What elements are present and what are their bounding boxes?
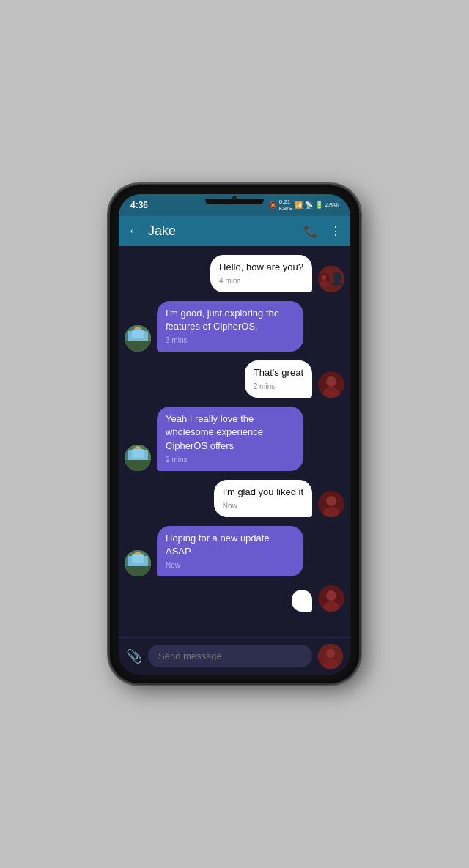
message-input[interactable] — [148, 645, 312, 667]
svg-point-2 — [320, 280, 328, 285]
message-time: 4 mins — [219, 276, 303, 286]
svg-point-1 — [322, 275, 326, 280]
svg-point-13 — [134, 446, 141, 453]
received-avatar — [125, 445, 151, 471]
call-button[interactable]: 📞 — [303, 224, 318, 238]
message-time: 2 mins — [166, 455, 295, 465]
svg-rect-12 — [128, 450, 148, 462]
svg-point-15 — [326, 496, 336, 506]
message-text: Hello, how are you? — [219, 261, 303, 274]
send-avatar[interactable] — [318, 644, 343, 669]
battery-percent: 46% — [325, 201, 339, 209]
sent-avatar — [318, 491, 344, 517]
message-text: That's great — [254, 366, 303, 379]
bubble-content: Hoping for a new update ASAP. Now — [157, 526, 303, 576]
message-row: Hoping for a new update ASAP. Now — [125, 526, 344, 576]
messages-area: Hello, how are you? 4 mins — [119, 246, 350, 637]
message-time: 2 mins — [254, 382, 303, 392]
svg-rect-4 — [125, 341, 151, 352]
message-text: Yeah I really love the wholesome experie… — [166, 412, 295, 453]
wifi-icon: 📶 — [295, 201, 303, 209]
svg-rect-11 — [125, 461, 151, 471]
menu-button[interactable]: ⋮ — [330, 224, 341, 238]
svg-point-8 — [326, 376, 336, 387]
received-avatar — [125, 325, 151, 352]
mute-icon: 🔕 — [269, 201, 277, 209]
bubble-content: Yeah I really love the wholesome experie… — [157, 407, 303, 471]
message-time: Now — [166, 560, 295, 571]
svg-rect-5 — [128, 331, 148, 343]
bubble-received: Yeah I really love the wholesome experie… — [157, 407, 303, 471]
message-row: That's great 2 mins — [125, 360, 344, 398]
bubble-received: I'm good, just exploring the features of… — [157, 301, 303, 352]
bubble-content: I'm good, just exploring the features of… — [157, 301, 303, 352]
svg-rect-19 — [128, 556, 148, 568]
message-text: I'm good, just exploring the features of… — [166, 307, 295, 333]
message-row: Yeah I really love the wholesome experie… — [125, 407, 344, 471]
chat-title: Jake — [148, 223, 296, 239]
data-speed: 0.21KB/S — [279, 199, 292, 212]
svg-point-25 — [326, 649, 335, 658]
battery-icon: 🔋 — [315, 201, 323, 209]
message-time: Now — [223, 501, 303, 511]
bubble-received: Hoping for a new update ASAP. Now — [157, 526, 303, 576]
bubble-content: That's great 2 mins — [245, 360, 312, 398]
phone-screen: 4:36 🔕 0.21KB/S 📶 📡 🔋 46% ← Jake 📞 ⋮ — [119, 194, 350, 675]
bubble-sent: That's great 2 mins — [245, 360, 312, 398]
message-row: I'm good, just exploring the features of… — [125, 301, 344, 352]
sent-avatar — [318, 371, 344, 398]
input-area: 📎 — [119, 637, 350, 675]
sent-avatar-partial — [318, 585, 344, 612]
bubble-sent: I'm glad you liked it Now — [214, 480, 312, 517]
back-button[interactable]: ← — [128, 223, 141, 239]
svg-rect-18 — [125, 566, 151, 576]
bubble-sent: Hello, how are you? 4 mins — [210, 255, 312, 292]
bubble-content: I'm glad you liked it Now — [214, 480, 312, 517]
message-text: I'm glad you liked it — [223, 486, 303, 499]
message-text: Hoping for a new update ASAP. — [166, 532, 295, 558]
message-row: I'm glad you liked it Now — [125, 480, 344, 517]
header-actions: 📞 ⋮ — [303, 224, 341, 238]
camera — [232, 196, 237, 200]
received-avatar — [125, 550, 151, 576]
svg-point-6 — [134, 327, 141, 334]
message-time: 3 mins — [166, 335, 295, 346]
partial-bubble — [292, 590, 312, 612]
bubble-content: Hello, how are you? 4 mins — [210, 255, 312, 292]
signal-icon: 📡 — [305, 201, 313, 209]
status-icons: 🔕 0.21KB/S 📶 📡 🔋 46% — [269, 199, 339, 212]
svg-point-22 — [326, 590, 336, 601]
sent-avatar — [318, 266, 344, 292]
status-time: 4:36 — [130, 200, 148, 210]
attach-icon[interactable]: 📎 — [126, 648, 142, 664]
message-row: Hello, how are you? 4 mins — [125, 255, 344, 292]
chat-header: ← Jake 📞 ⋮ — [119, 216, 350, 246]
partial-bubble-row — [125, 585, 344, 612]
phone-frame: 4:36 🔕 0.21KB/S 📶 📡 🔋 46% ← Jake 📞 ⋮ — [110, 185, 359, 683]
svg-point-20 — [134, 552, 141, 559]
